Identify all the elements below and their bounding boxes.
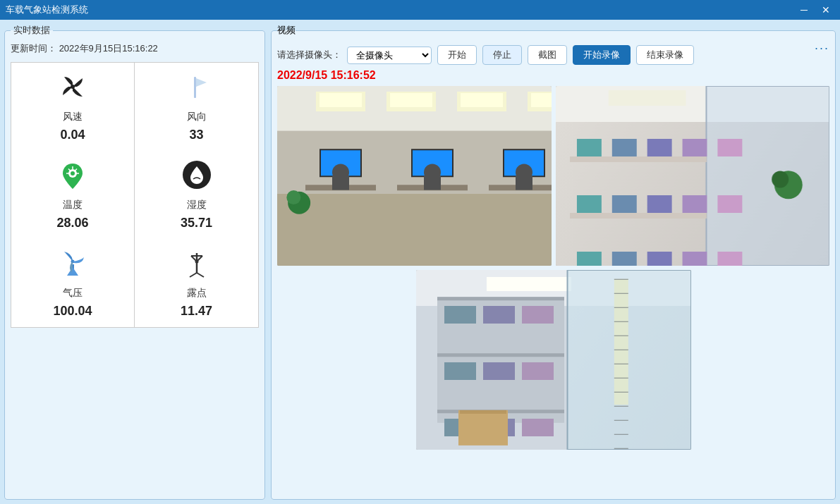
camera-select-dropdown[interactable]: 全摄像头 摄像头1 摄像头2 摄像头3	[347, 47, 432, 64]
video-row-top	[277, 86, 829, 266]
sensor-pressure: 气压 100.04	[11, 239, 135, 327]
right-panel: 视频 ··· 请选择摄像头： 全摄像头 摄像头1 摄像头2 摄像头3 开始 停止…	[271, 24, 836, 500]
video-controls: 请选择摄像头： 全摄像头 摄像头1 摄像头2 摄像头3 开始 停止 截图 开始录…	[277, 45, 829, 65]
camera-feed-1	[277, 86, 552, 266]
dots-menu[interactable]: ···	[815, 41, 829, 56]
pressure-value: 100.04	[53, 304, 92, 319]
sensor-grid: 风速 0.04 风向 33	[11, 62, 259, 328]
svg-point-19	[195, 260, 198, 264]
video-row-bottom	[277, 270, 829, 450]
start-record-button[interactable]: 开始录像	[573, 45, 631, 65]
svg-line-17	[190, 273, 197, 277]
title-bar-left: 车载气象站检测系统	[6, 4, 88, 16]
dew-label: 露点	[187, 287, 207, 300]
stop-button[interactable]: 停止	[482, 45, 522, 65]
svg-line-18	[197, 273, 204, 277]
title-bar: 车载气象站检测系统 ─ ✕	[0, 0, 840, 20]
start-button[interactable]: 开始	[437, 45, 477, 65]
title-bar-right: ─ ✕	[796, 3, 834, 17]
temperature-label: 温度	[63, 199, 83, 211]
sensor-temperature: 温度 28.06	[11, 151, 135, 239]
camera-feed-2	[556, 86, 830, 266]
sensor-dew: 露点 11.47	[135, 239, 258, 327]
video-timestamp: 2022/9/15 15:16:52	[277, 69, 829, 82]
windmill-icon	[57, 247, 88, 283]
dew-icon	[181, 247, 212, 283]
dew-value: 11.47	[181, 304, 212, 319]
svg-point-8	[71, 171, 75, 176]
update-time-value: 2022年9月15日15:16:22	[59, 43, 158, 54]
wind-speed-label: 风速	[63, 111, 83, 123]
fan-icon	[57, 71, 88, 106]
sensor-wind-dir: 风向 33	[135, 63, 258, 151]
sensor-wind-speed: 风速 0.04	[11, 63, 135, 151]
wind-dir-value: 33	[189, 128, 203, 142]
cam3-canvas	[416, 270, 691, 450]
video-legend: 视频	[277, 24, 296, 37]
camera-feed-3	[416, 270, 691, 450]
app-title: 车载气象站检测系统	[6, 4, 88, 16]
minimize-button[interactable]: ─	[796, 3, 812, 17]
temp-icon	[57, 159, 88, 195]
video-group: 视频 ··· 请选择摄像头： 全摄像头 摄像头1 摄像头2 摄像头3 开始 停止…	[271, 24, 836, 500]
flag-icon	[181, 71, 212, 106]
screenshot-button[interactable]: 截图	[528, 45, 567, 65]
cam1-canvas	[277, 86, 552, 266]
left-panel: 实时数据 更新时间： 2022年9月15日15:16:22	[4, 24, 265, 500]
realtime-data-group: 实时数据 更新时间： 2022年9月15日15:16:22	[4, 24, 265, 500]
temperature-value: 28.06	[56, 216, 88, 231]
camera-select-label: 请选择摄像头：	[277, 49, 341, 61]
update-time-row: 更新时间： 2022年9月15日15:16:22	[11, 41, 259, 56]
realtime-data-legend: 实时数据	[11, 24, 53, 37]
humidity-label: 湿度	[187, 199, 207, 211]
svg-marker-11	[67, 267, 78, 276]
main-content: 实时数据 更新时间： 2022年9月15日15:16:22	[0, 20, 840, 504]
pressure-label: 气压	[63, 287, 83, 300]
droplet-icon	[181, 159, 212, 195]
svg-rect-1	[194, 77, 196, 98]
wind-dir-label: 风向	[187, 111, 207, 123]
close-button[interactable]: ✕	[817, 3, 834, 17]
sensor-humidity: 湿度 35.71	[135, 151, 258, 239]
end-record-button[interactable]: 结束录像	[636, 45, 694, 65]
cam2-canvas	[556, 86, 830, 266]
video-area	[277, 86, 829, 493]
update-time-label: 更新时间：	[11, 43, 56, 54]
wind-speed-value: 0.04	[60, 128, 85, 142]
humidity-value: 35.71	[181, 216, 212, 231]
